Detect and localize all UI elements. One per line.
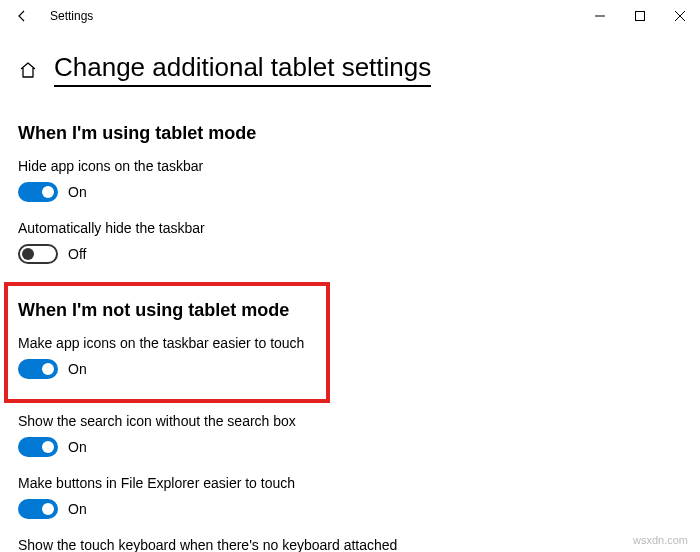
toggle-state: On [68,184,87,200]
toggle-auto-hide-taskbar[interactable] [18,244,58,264]
titlebar: Settings [0,0,700,32]
close-button[interactable] [660,0,700,32]
section-heading-using-tablet: When I'm using tablet mode [18,123,682,144]
home-icon[interactable] [18,60,38,80]
svg-rect-1 [636,12,645,21]
toggle-state: On [68,439,87,455]
setting-label: Show the touch keyboard when there's no … [18,537,682,552]
toggle-search-icon-only[interactable] [18,437,58,457]
toggle-state: On [68,361,87,377]
window-controls [580,0,700,32]
window-title: Settings [50,9,93,23]
watermark: wsxdn.com [633,534,688,546]
setting-label: Make buttons in File Explorer easier to … [18,475,682,491]
back-button[interactable] [8,2,36,30]
setting-label: Make app icons on the taskbar easier to … [18,335,316,351]
highlight-box: When I'm not using tablet mode Make app … [4,282,330,403]
page-header: Change additional tablet settings [0,32,700,95]
toggle-state: Off [68,246,86,262]
setting-label: Hide app icons on the taskbar [18,158,682,174]
setting-label: Show the search icon without the search … [18,413,682,429]
toggle-state: On [68,501,87,517]
toggle-file-explorer-touch[interactable] [18,499,58,519]
setting-label: Automatically hide the taskbar [18,220,682,236]
toggle-taskbar-easier-touch[interactable] [18,359,58,379]
section-heading-not-using-tablet: When I'm not using tablet mode [18,300,316,321]
settings-content: When I'm using tablet mode Hide app icon… [0,95,700,552]
page-title: Change additional tablet settings [54,52,431,87]
minimize-button[interactable] [580,0,620,32]
maximize-button[interactable] [620,0,660,32]
toggle-hide-app-icons[interactable] [18,182,58,202]
